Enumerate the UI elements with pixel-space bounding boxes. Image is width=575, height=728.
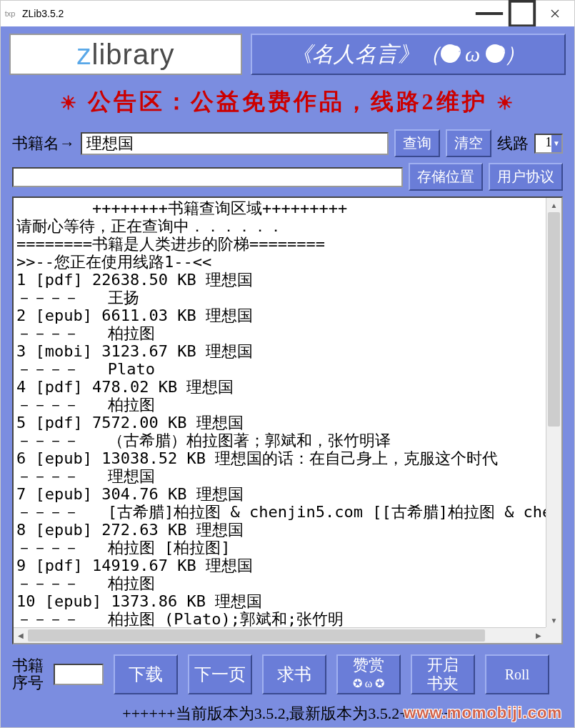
- chevron-down-icon: ▼: [551, 135, 561, 152]
- version-text: ++++++当前版本为3.5.2,最新版本为3.5.2++++++: [9, 702, 566, 724]
- clear-button[interactable]: 清空: [446, 129, 491, 157]
- app-icon: txp: [4, 7, 16, 20]
- bottom-row: 书籍 序号 下载 下一页 求书 赞赏✪ ω ✪ 开启书夹 Roll: [9, 650, 566, 696]
- scroll-down-icon[interactable]: ▼: [546, 613, 561, 627]
- sun-icon: ☀: [496, 93, 516, 114]
- scroll-corner: [546, 627, 561, 643]
- query-button[interactable]: 查询: [394, 129, 440, 157]
- scroll-thumb-h[interactable]: [28, 629, 485, 642]
- quote-button[interactable]: 《名人名言》（✪ ω ✪）: [251, 34, 566, 75]
- scroll-right-icon[interactable]: ▶: [531, 628, 546, 643]
- minimize-button[interactable]: [473, 2, 506, 25]
- logo-z: z: [77, 39, 92, 71]
- logo-text: library: [92, 39, 175, 71]
- request-book-button[interactable]: 求书: [262, 654, 326, 694]
- scroll-up-icon[interactable]: ▲: [546, 198, 561, 212]
- search-row: 书籍名→ 查询 清空 线路 1 ▼: [9, 129, 566, 157]
- logo: zlibrary: [9, 34, 242, 75]
- open-folder-button[interactable]: 开启书夹: [411, 654, 475, 694]
- next-page-button[interactable]: 下一页: [188, 654, 252, 694]
- svg-rect-1: [510, 1, 535, 26]
- announcement-text: 公告区：公益免费作品，线路2维护: [88, 89, 488, 114]
- close-button[interactable]: [539, 2, 571, 25]
- roll-button[interactable]: Roll: [485, 654, 549, 694]
- book-name-label: 书籍名→: [12, 133, 75, 154]
- client-area: zlibrary 《名人名言》（✪ ω ✪） ☀ 公告区：公益免费作品，线路2维…: [1, 26, 574, 727]
- announcement: ☀ 公告区：公益免费作品，线路2维护 ☀: [9, 81, 566, 124]
- window-title: ZLib3.5.2: [22, 8, 473, 19]
- storage-path-input[interactable]: [12, 167, 403, 187]
- sun-icon: ☀: [60, 93, 79, 114]
- praise-button[interactable]: 赞赏✪ ω ✪: [336, 654, 401, 694]
- star-icon: ✪: [486, 44, 504, 63]
- path-row: 存储位置 用户协议: [9, 163, 566, 191]
- top-row: zlibrary 《名人名言》（✪ ω ✪）: [9, 34, 566, 75]
- maximize-button[interactable]: [506, 2, 539, 25]
- horizontal-scrollbar[interactable]: ◀ ▶: [14, 627, 546, 643]
- star-icon: ✪: [441, 44, 459, 63]
- results-panel: ++++++++书籍查询区域+++++++++ 请耐心等待，正在查询中．．．．．…: [12, 196, 563, 644]
- user-agreement-button[interactable]: 用户协议: [489, 163, 563, 191]
- titlebar: txp ZLib3.5.2: [1, 1, 574, 26]
- scroll-thumb-v[interactable]: [548, 212, 560, 427]
- download-button[interactable]: 下载: [114, 654, 178, 694]
- vertical-scrollbar[interactable]: ▲ ▼: [546, 198, 561, 627]
- storage-location-button[interactable]: 存储位置: [409, 163, 483, 191]
- line-select[interactable]: 1 ▼: [534, 134, 563, 154]
- line-label: 线路: [497, 133, 529, 154]
- quote-text: 《名人名言》（✪ ω ✪）: [291, 40, 525, 69]
- results-text[interactable]: ++++++++书籍查询区域+++++++++ 请耐心等待，正在查询中．．．．．…: [14, 198, 546, 627]
- book-name-input[interactable]: [81, 132, 389, 155]
- app-window: txp ZLib3.5.2 zlibrary 《名人名言》（✪ ω ✪） ☀ 公…: [0, 0, 575, 728]
- scroll-left-icon[interactable]: ◀: [14, 628, 28, 643]
- seq-input[interactable]: [54, 664, 104, 685]
- seq-label: 书籍 序号: [12, 657, 44, 692]
